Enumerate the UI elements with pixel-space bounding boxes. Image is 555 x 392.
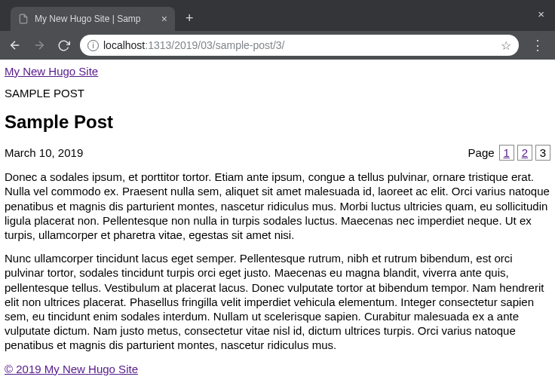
window-close-icon[interactable]: × (538, 8, 544, 20)
pagination-label: Page (468, 145, 495, 160)
site-info-icon[interactable]: i (87, 40, 99, 51)
footer-copyright-link[interactable]: © 2019 My New Hugo Site (5, 363, 138, 375)
browser-tab[interactable]: My New Hugo Site | Samp × (11, 7, 175, 31)
url-text: localhost:1313/2019/03/sample-post/3/ (103, 39, 285, 51)
post-paragraph: Donec a sodales ipsum, et porttitor tort… (5, 170, 550, 242)
arrow-left-icon (8, 38, 22, 52)
pagination: Page 1 2 3 (468, 145, 550, 161)
reload-button[interactable] (56, 39, 71, 52)
reload-icon (57, 39, 70, 52)
forward-button[interactable] (32, 38, 47, 52)
post-date: March 10, 2019 (5, 145, 83, 160)
browser-menu-button[interactable]: ⋮ (528, 38, 547, 52)
tab-strip: My New Hugo Site | Samp × + × (0, 0, 555, 31)
pagination-page-1[interactable]: 1 (499, 145, 514, 161)
pagination-page-2[interactable]: 2 (517, 145, 532, 161)
post-meta-row: March 10, 2019 Page 1 2 3 (5, 145, 550, 161)
url-host: localhost (103, 39, 145, 51)
browser-toolbar: i localhost:1313/2019/03/sample-post/3/ … (0, 31, 555, 60)
address-bar[interactable]: i localhost:1313/2019/03/sample-post/3/ … (80, 35, 519, 56)
url-path: :1313/2019/03/sample-post/3/ (145, 39, 284, 51)
site-title-link[interactable]: My New Hugo Site (5, 64, 98, 78)
tab-close-icon[interactable]: × (161, 14, 167, 24)
post-paragraph: Nunc ullamcorper tincidunt lacus eget se… (5, 251, 550, 352)
breadcrumb: SAMPLE POST (5, 86, 550, 100)
bookmark-star-icon[interactable]: ☆ (501, 38, 511, 53)
page-icon (18, 14, 29, 24)
page-content: My New Hugo Site SAMPLE POST Sample Post… (0, 60, 555, 392)
back-button[interactable] (8, 38, 23, 52)
new-tab-button[interactable]: + (175, 11, 204, 31)
arrow-right-icon (32, 38, 46, 52)
post-title: Sample Post (5, 111, 550, 134)
tab-title: My New Hugo Site | Samp (35, 14, 155, 24)
pagination-page-3: 3 (535, 145, 550, 161)
